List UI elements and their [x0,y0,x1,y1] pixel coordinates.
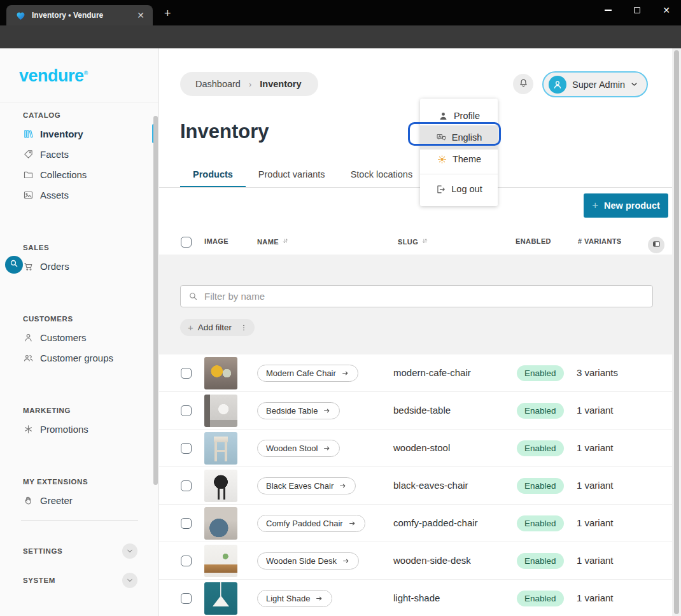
add-filter-button[interactable]: + Add filter [180,319,255,336]
search-toggle-button[interactable] [5,256,23,274]
arrow-right-icon [315,594,323,603]
variant-count: 1 variant [577,555,614,566]
sidebar-section-catalog: CATALOGInventoryFacetsCollectionsAssets [0,107,159,205]
sidebar-item-customer-groups[interactable]: Customer groups [0,347,159,368]
row-checkbox[interactable] [181,518,192,529]
row-checkbox[interactable] [181,556,192,566]
new-product-button[interactable]: + New product [584,193,668,218]
product-name-link[interactable]: Light Shade [257,590,332,607]
column-header-name[interactable]: NAME [257,237,290,246]
chevron-down-icon[interactable] [122,573,137,588]
column-header-slug[interactable]: SLUG [398,237,429,246]
minimize-button[interactable] [593,0,622,20]
language-icon [436,132,447,143]
breadcrumb-dashboard[interactable]: Dashboard [195,79,241,89]
sidebar-item-facets[interactable]: Facets [0,144,159,164]
product-image[interactable] [204,545,237,577]
product-image[interactable] [204,357,237,389]
row-checkbox[interactable] [181,405,192,416]
product-name-link[interactable]: Wooden Side Desk [257,552,359,570]
scrollbar-thumb[interactable] [674,50,679,614]
sidebar-item-orders[interactable]: Orders [0,256,159,276]
user-name: Super Admin [572,80,629,90]
section-label: CATALOG [0,107,159,123]
column-header-image: IMAGE [204,237,228,245]
enabled-badge: Enabled [517,440,564,456]
sidebar-item-collections[interactable]: Collections [0,164,159,185]
tab-products[interactable]: Products [180,162,246,188]
enabled-badge: Enabled [517,515,564,531]
row-checkbox[interactable] [181,480,192,491]
sidebar-scrollbar[interactable] [153,116,158,485]
product-name-link[interactable]: Black Eaves Chair [257,477,356,494]
sidebar-item-promotions[interactable]: Promotions [0,419,159,439]
column-header-enabled: ENABLED [516,237,551,245]
breadcrumb-chevron-icon: › [249,80,251,89]
breadcrumb[interactable]: Dashboard › Inventory [180,72,318,96]
close-button[interactable]: ✕ [652,0,681,20]
sidebar-item-inventory[interactable]: Inventory [0,123,159,144]
browser-tab[interactable]: Inventory • Vendure ✕ [6,5,153,25]
menu-item-profile[interactable]: Profile [420,106,498,125]
product-image[interactable] [204,432,237,465]
tab-stock-locations[interactable]: Stock locations [338,162,426,188]
sidebar-section-my-extensions: MY EXTENSIONSGreeter [0,473,159,510]
sort-icon[interactable] [421,237,429,246]
row-checkbox[interactable] [181,443,192,454]
sidebar-item-greeter[interactable]: Greeter [0,490,159,510]
sort-icon[interactable] [281,237,290,246]
new-tab-button[interactable]: + [164,8,171,19]
product-image[interactable] [204,395,237,427]
product-slug: comfy-padded-chair [393,517,478,528]
kebab-menu-icon[interactable] [239,323,248,332]
notifications-button[interactable] [513,74,533,94]
sidebar-section-sales: SALESOrders [0,239,159,276]
user-icon [23,332,34,343]
vendure-admin-app: vendure® CATALOGInventoryFacetsCollectio… [0,48,681,616]
sidebar-item-assets[interactable]: Assets [0,185,159,205]
sidebar-section-marketing: MARKETINGPromotions [0,402,159,439]
sidebar-nav: CATALOGInventoryFacetsCollectionsAssetsS… [0,102,159,591]
product-slug: modern-cafe-chair [393,367,471,378]
enabled-badge: Enabled [517,478,564,494]
product-image[interactable] [204,470,237,502]
row-checkbox[interactable] [181,368,192,379]
window-controls: ✕ [593,0,681,20]
sidebar-item-customers[interactable]: Customers [0,327,159,347]
tab-title: Inventory • Vendure [32,11,135,20]
search-icon [9,258,19,271]
row-checkbox[interactable] [181,593,192,604]
product-image[interactable] [204,507,237,540]
product-name-link[interactable]: Wooden Stool [257,440,340,457]
tab-bar: ProductsProduct variantsStock locations [180,162,425,188]
maximize-button[interactable] [622,0,652,20]
tab-product-variants[interactable]: Product variants [246,162,338,188]
tab-close-icon[interactable]: ✕ [135,10,146,20]
arrow-right-icon [323,407,331,415]
chevron-down-icon[interactable] [122,543,137,559]
product-image[interactable] [204,582,237,615]
tag-icon [23,149,34,160]
product-name-link[interactable]: Modern Cafe Chair [257,365,358,382]
breadcrumb-inventory[interactable]: Inventory [260,79,301,89]
product-name-link[interactable]: Bedside Table [257,402,340,419]
vendure-logo[interactable]: vendure® [19,66,88,86]
table-row: Wooden Stool wooden-stool Enabled 1 vari… [159,430,672,467]
menu-item-english[interactable]: English [420,125,498,150]
user-menu-button[interactable]: Super Admin [542,71,648,97]
filter-by-name-input[interactable] [180,285,653,307]
product-slug: wooden-side-desk [393,555,471,566]
product-name-link[interactable]: Comfy Padded Chair [257,515,365,532]
sidebar-section-toggle-system[interactable]: SYSTEM [0,570,159,591]
asterisk-icon [23,424,34,435]
page-scrollbar[interactable] [672,48,681,616]
sidebar-section-toggle-settings[interactable]: SETTINGS [0,541,159,561]
menu-item-label: Theme [453,154,481,164]
menu-item-log-out[interactable]: Log out [420,179,498,199]
select-all-checkbox[interactable] [181,237,192,248]
menu-item-theme[interactable]: Theme [420,150,498,169]
section-label: MY EXTENSIONS [0,473,159,490]
column-settings-button[interactable] [648,237,664,253]
user-avatar-icon [549,76,566,94]
column-label: ENABLED [516,237,551,245]
